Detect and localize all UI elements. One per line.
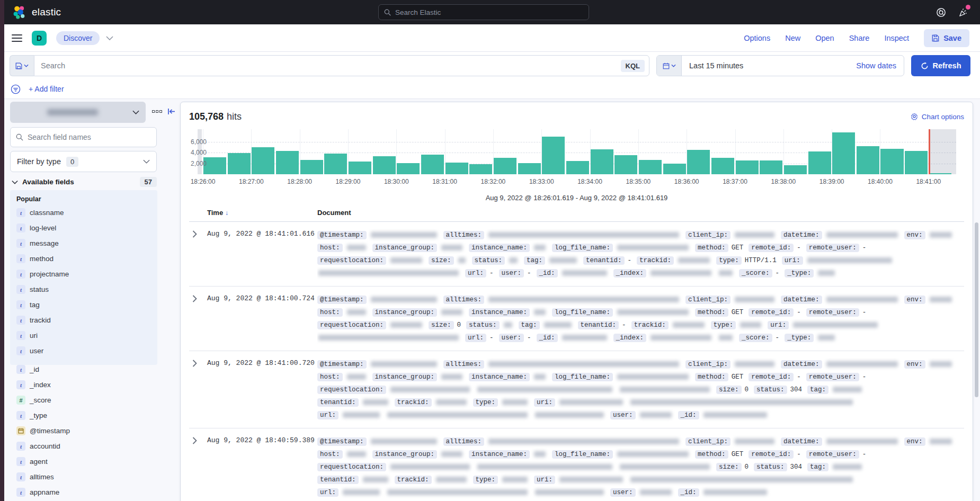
document-summary[interactable]: @timestamp:alltimes:client_ip:datetime:e… bbox=[317, 229, 964, 280]
time-range-value[interactable]: Last 15 minutes bbox=[689, 61, 743, 70]
field-item-method[interactable]: tmethod bbox=[16, 251, 157, 266]
histogram-bar[interactable] bbox=[808, 151, 831, 174]
redacted-value bbox=[387, 489, 528, 495]
chart-options-button[interactable]: Chart options bbox=[911, 113, 964, 121]
histogram-bar[interactable] bbox=[252, 147, 274, 174]
nav-link-open[interactable]: Open bbox=[815, 34, 834, 42]
histogram-bar[interactable] bbox=[542, 137, 565, 174]
expand-row-icon[interactable] bbox=[189, 435, 200, 446]
expand-row-icon[interactable] bbox=[189, 293, 200, 304]
histogram-bar[interactable] bbox=[736, 160, 759, 174]
histogram-bar[interactable] bbox=[687, 150, 710, 174]
field-item-alltimes[interactable]: talltimes bbox=[16, 469, 157, 485]
time-column-header[interactable]: Time↓ bbox=[207, 209, 317, 217]
histogram-bar[interactable] bbox=[276, 151, 299, 174]
histogram-bar[interactable] bbox=[760, 160, 782, 174]
data-view-picker[interactable] bbox=[10, 102, 146, 123]
field-item-_index[interactable]: t_index bbox=[16, 377, 157, 392]
histogram-bar[interactable] bbox=[518, 163, 541, 175]
histogram-bar[interactable] bbox=[469, 164, 492, 174]
elastic-logo[interactable]: elastic bbox=[13, 5, 61, 19]
document-summary[interactable]: @timestamp:alltimes:client_ip:datetime:e… bbox=[317, 358, 964, 422]
show-dates-button[interactable]: Show dates bbox=[856, 61, 896, 70]
field-item-trackid[interactable]: ttrackid bbox=[16, 312, 157, 328]
nav-link-share[interactable]: Share bbox=[849, 34, 870, 42]
nav-link-inspect[interactable]: Inspect bbox=[884, 34, 909, 42]
field-item-_score[interactable]: #_score bbox=[16, 392, 157, 408]
redacted-value bbox=[930, 232, 952, 238]
field-item-uri[interactable]: turi bbox=[16, 328, 157, 343]
nav-link-options[interactable]: Options bbox=[744, 34, 770, 42]
save-button[interactable]: Save bbox=[924, 29, 969, 47]
histogram-bar[interactable] bbox=[446, 163, 468, 174]
document-summary[interactable]: @timestamp:alltimes:client_ip:datetime:e… bbox=[317, 435, 964, 499]
field-item-projectname[interactable]: tprojectname bbox=[16, 266, 157, 282]
filter-icon[interactable] bbox=[11, 84, 21, 94]
hits-histogram[interactable]: 2,0004,0006,000 18:26:0018:27:0018:28:00… bbox=[189, 129, 964, 189]
save-button-label: Save bbox=[943, 34, 961, 42]
histogram-bar[interactable] bbox=[857, 146, 879, 174]
histogram-bar[interactable] bbox=[905, 151, 928, 174]
chevron-down-icon[interactable] bbox=[106, 36, 113, 40]
field-name-badge: size: bbox=[429, 256, 454, 265]
field-item-classname[interactable]: tclassname bbox=[16, 205, 157, 220]
histogram-bar[interactable] bbox=[663, 164, 686, 174]
global-search-input[interactable]: Search Elastic bbox=[378, 4, 589, 20]
query-language-button[interactable]: KQL bbox=[621, 60, 645, 72]
histogram-bar[interactable] bbox=[300, 160, 323, 174]
histogram-bar[interactable] bbox=[639, 160, 662, 174]
expand-row-icon[interactable] bbox=[189, 358, 200, 369]
histogram-bar[interactable] bbox=[228, 153, 251, 174]
field-item-message[interactable]: tmessage bbox=[16, 236, 157, 251]
histogram-bar[interactable] bbox=[324, 154, 347, 174]
field-search-input[interactable]: Search field names bbox=[10, 127, 157, 147]
field-name-badge: datetime: bbox=[781, 231, 822, 239]
refresh-button[interactable]: Refresh bbox=[911, 55, 970, 76]
field-settings-icon[interactable] bbox=[152, 110, 162, 113]
text-field-icon: t bbox=[16, 239, 25, 248]
histogram-bar[interactable] bbox=[591, 149, 613, 174]
field-item-accountid[interactable]: taccountid bbox=[16, 439, 157, 454]
breadcrumb[interactable]: Discover bbox=[56, 31, 100, 45]
histogram-bar[interactable] bbox=[421, 155, 444, 174]
histogram-bar[interactable] bbox=[711, 158, 734, 174]
histogram-bar[interactable] bbox=[880, 149, 903, 174]
field-item-user[interactable]: tuser bbox=[16, 343, 157, 359]
date-picker: Last 15 minutes Show dates bbox=[656, 55, 904, 76]
field-item-log-level[interactable]: tlog-level bbox=[16, 220, 157, 236]
text-field-icon: t bbox=[16, 411, 25, 420]
help-icon[interactable] bbox=[936, 7, 946, 17]
field-item-agent[interactable]: tagent bbox=[16, 454, 157, 469]
field-item-_type[interactable]: t_type bbox=[16, 408, 157, 423]
histogram-bar[interactable] bbox=[784, 165, 807, 174]
histogram-bar-partial[interactable] bbox=[929, 173, 951, 174]
field-item-tag[interactable]: ttag bbox=[16, 297, 157, 312]
document-summary[interactable]: @timestamp:alltimes:client_ip:datetime:e… bbox=[317, 293, 964, 344]
histogram-bar[interactable] bbox=[373, 156, 396, 174]
vertical-scrollbar[interactable] bbox=[975, 222, 978, 397]
filter-by-type-select[interactable]: Filter by type 0 bbox=[10, 151, 157, 172]
news-party-icon[interactable] bbox=[958, 7, 968, 17]
histogram-bar[interactable] bbox=[566, 161, 589, 174]
field-item-_id[interactable]: t_id bbox=[16, 362, 157, 377]
saved-query-menu-button[interactable] bbox=[10, 55, 34, 76]
nav-link-new[interactable]: New bbox=[785, 34, 800, 42]
histogram-bar[interactable] bbox=[614, 155, 637, 174]
histogram-bar[interactable] bbox=[349, 162, 371, 174]
date-quick-select-button[interactable] bbox=[657, 56, 682, 76]
sort-desc-icon[interactable]: ↓ bbox=[225, 209, 228, 217]
expand-row-icon[interactable] bbox=[189, 229, 200, 239]
add-filter-button[interactable]: + Add filter bbox=[29, 85, 64, 93]
collapse-sidebar-icon[interactable] bbox=[167, 108, 175, 115]
field-item-appname[interactable]: tappname bbox=[16, 485, 157, 500]
query-search-input[interactable]: Search KQL bbox=[34, 55, 649, 76]
discover-app-badge[interactable]: D bbox=[32, 31, 47, 46]
histogram-bar[interactable] bbox=[494, 158, 516, 174]
menu-icon[interactable] bbox=[12, 34, 22, 42]
histogram-bar[interactable] bbox=[832, 132, 855, 174]
field-item-status[interactable]: tstatus bbox=[16, 282, 157, 297]
field-item-timestamp[interactable]: @timestamp bbox=[16, 423, 157, 439]
available-fields-header[interactable]: Available fields 57 bbox=[12, 177, 157, 187]
histogram-bar[interactable] bbox=[203, 157, 226, 174]
histogram-bar[interactable] bbox=[397, 163, 420, 174]
